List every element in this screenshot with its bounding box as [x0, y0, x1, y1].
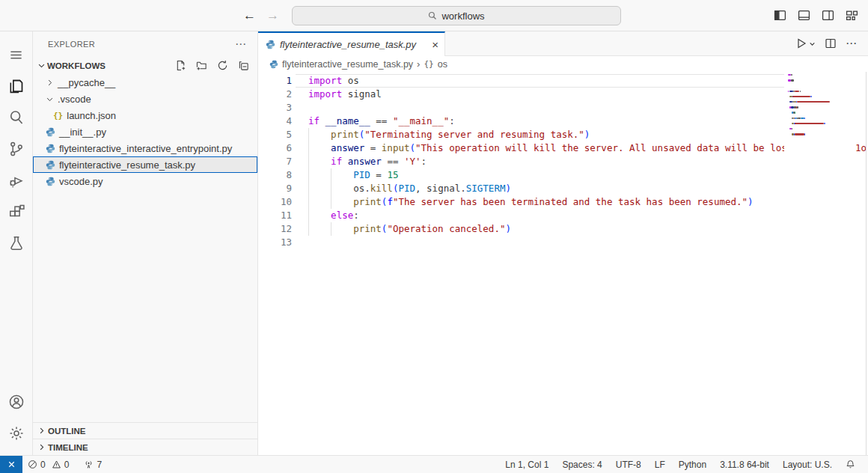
code-line[interactable]: 2import signal	[258, 88, 784, 101]
code-line[interactable]: 13	[258, 236, 784, 249]
accounts-icon[interactable]	[0, 386, 33, 418]
tree-item[interactable]: {}launch.json	[33, 107, 257, 123]
source-control-icon[interactable]	[0, 133, 33, 165]
encoding[interactable]: UTF-8	[609, 456, 648, 473]
code-line[interactable]: 11 else:	[258, 209, 784, 222]
code-line[interactable]: 7 if answer == 'Y':	[258, 155, 784, 168]
new-file-icon[interactable]	[174, 59, 187, 72]
code-line[interactable]: 4if __name__ == "__main__":	[258, 115, 784, 128]
chevron-right-icon	[46, 79, 54, 87]
breadcrumb-separator: ›	[417, 58, 420, 70]
toggle-secondary-sidebar-icon[interactable]	[821, 8, 835, 22]
code-line[interactable]: 10 print(f"The server has been terminate…	[258, 195, 784, 209]
workspace-section-header[interactable]: WORKFLOWS	[33, 57, 257, 74]
explorer-icon[interactable]	[0, 70, 33, 102]
minimap-line	[797, 101, 830, 103]
file-tree: __pycache__.vscode{}launch.json__init__.…	[33, 74, 257, 189]
code-line[interactable]: 8 PID = 15	[258, 168, 784, 182]
refresh-icon[interactable]	[216, 59, 229, 72]
code-token: "This operation will kill the server. Al…	[415, 142, 784, 153]
code-line[interactable]: 6 answer = input("This operation will ki…	[258, 141, 784, 155]
code-token: import	[308, 75, 342, 86]
python-interpreter[interactable]: 3.11.8 64-bit	[713, 456, 776, 473]
tab-flyteinteractive-resume-task[interactable]: flyteinteractive_resume_task.py ×	[258, 31, 445, 56]
tree-item[interactable]: .vscode	[33, 91, 257, 107]
minimap-line	[795, 112, 795, 113]
code-line[interactable]: 1import os	[258, 74, 784, 88]
notifications-bell-icon[interactable]	[839, 456, 862, 473]
toggle-panel-icon[interactable]	[797, 8, 811, 22]
eol[interactable]: LF	[648, 456, 672, 473]
minimap[interactable]	[784, 72, 866, 455]
keyboard-layout[interactable]: Layout: U.S.	[776, 456, 839, 473]
line-number: 9	[258, 182, 308, 195]
code-token	[308, 223, 353, 234]
tree-item-label: flyteinteractive_resume_task.py	[59, 159, 195, 171]
line-number: 6	[258, 141, 308, 155]
run-python-file-icon[interactable]	[795, 37, 816, 49]
explorer-more-icon[interactable]: ⋯	[235, 37, 247, 51]
scrollbar[interactable]	[866, 72, 867, 455]
tree-item[interactable]: flyteinteractive_interactive_entrypoint.…	[33, 140, 257, 156]
back-arrow-icon[interactable]: ←	[243, 8, 256, 23]
timeline-label: TIMELINE	[48, 443, 88, 452]
code-token: os.	[353, 183, 370, 194]
code-token: answer	[331, 142, 364, 153]
editor-more-actions-icon[interactable]: ⋯	[846, 37, 858, 50]
clipped-text-fragment: 1o	[855, 141, 867, 155]
customize-layout-icon[interactable]	[845, 8, 859, 22]
line-number: 12	[258, 222, 308, 236]
testing-icon[interactable]	[0, 228, 33, 259]
activity-bar	[0, 31, 33, 455]
search-value: workflows	[441, 10, 484, 22]
outline-label: OUTLINE	[48, 427, 85, 436]
breadcrumb-symbol[interactable]: os	[438, 59, 447, 70]
problems-status[interactable]: 0 0	[22, 456, 74, 473]
collapse-folders-icon[interactable]	[237, 59, 250, 72]
tree-item[interactable]: __pycache__	[33, 74, 257, 91]
code-token	[308, 210, 331, 221]
breadcrumb-file[interactable]: flyteinteractive_resume_task.py	[282, 59, 413, 70]
indentation[interactable]: Spaces: 4	[555, 456, 608, 473]
split-editor-icon[interactable]	[825, 37, 837, 49]
toggle-primary-sidebar-icon[interactable]	[773, 8, 787, 22]
sidebar-title: EXPLORER	[48, 40, 95, 49]
tree-item[interactable]: __init__.py	[33, 123, 257, 140]
extensions-icon[interactable]	[0, 196, 33, 228]
code-token: )	[505, 183, 511, 194]
minimap-line	[791, 74, 792, 76]
line-number: 11	[258, 209, 308, 222]
tree-item-label: vscode.py	[59, 176, 103, 187]
code-token: PID	[398, 183, 415, 194]
code-token: =	[370, 169, 388, 180]
code-token	[308, 183, 353, 194]
run-debug-icon[interactable]	[0, 165, 33, 196]
code-editor[interactable]: 1import os2import signal34if __name__ ==…	[258, 72, 868, 455]
status-bar: 0 0 7 Ln 1, Col 1 Spaces: 4 UTF-8 LF Pyt…	[0, 455, 868, 473]
remote-indicator[interactable]	[0, 456, 22, 473]
cursor-position[interactable]: Ln 1, Col 1	[498, 456, 555, 473]
code-token	[308, 156, 331, 167]
tree-item[interactable]: flyteinteractive_resume_task.py	[33, 156, 257, 173]
code-line[interactable]: 3	[258, 101, 784, 115]
timeline-section[interactable]: TIMELINE	[33, 439, 257, 455]
code-token: f	[387, 196, 393, 207]
python-file-icon	[46, 144, 55, 153]
code-line[interactable]: 9 os.kill(PID, signal.SIGTERM)	[258, 182, 784, 195]
search-sidebar-icon[interactable]	[0, 102, 33, 133]
tree-item[interactable]: vscode.py	[33, 173, 257, 189]
menu-icon[interactable]	[0, 39, 33, 70]
search-input[interactable]: workflows	[292, 6, 621, 25]
settings-icon[interactable]	[0, 418, 33, 449]
code-token: print	[353, 223, 382, 234]
ports-status[interactable]: 7	[79, 456, 107, 473]
tab-close-icon[interactable]: ×	[432, 39, 438, 50]
outline-section[interactable]: OUTLINE	[33, 422, 257, 439]
code-line[interactable]: 5 print("Terminating server and resuming…	[258, 128, 784, 141]
code-token: ==	[370, 115, 393, 126]
code-line[interactable]: 12 print("Operation canceled.")	[258, 222, 784, 236]
new-folder-icon[interactable]	[195, 59, 208, 72]
code-token: 15	[387, 169, 398, 180]
language-mode[interactable]: Python	[672, 456, 713, 473]
code-area[interactable]: 1import os2import signal34if __name__ ==…	[258, 74, 784, 249]
